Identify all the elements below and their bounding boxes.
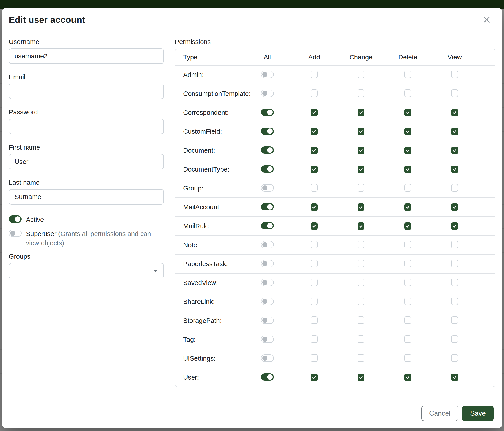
groups-select[interactable] (9, 263, 164, 278)
cancel-button[interactable]: Cancel (421, 406, 459, 421)
all-toggle[interactable] (261, 203, 274, 210)
add-checkbox[interactable] (311, 147, 317, 154)
delete-checkbox[interactable] (404, 109, 411, 116)
groups-select-input[interactable] (9, 263, 164, 278)
add-checkbox[interactable] (311, 354, 317, 362)
change-checkbox[interactable] (358, 260, 364, 267)
all-toggle[interactable] (261, 90, 274, 97)
add-checkbox[interactable] (311, 71, 317, 78)
first-name-field[interactable] (9, 154, 164, 169)
view-checkbox[interactable] (451, 109, 458, 116)
all-toggle[interactable] (261, 184, 274, 191)
add-checkbox[interactable] (311, 374, 317, 381)
delete-checkbox[interactable] (404, 71, 411, 78)
all-toggle[interactable] (261, 354, 274, 362)
add-checkbox[interactable] (311, 241, 317, 248)
change-checkbox[interactable] (358, 222, 364, 230)
view-checkbox[interactable] (451, 128, 458, 135)
all-toggle[interactable] (261, 109, 274, 116)
change-checkbox[interactable] (358, 316, 364, 324)
all-toggle[interactable] (261, 222, 274, 229)
change-checkbox[interactable] (358, 90, 364, 97)
view-checkbox[interactable] (451, 166, 458, 173)
view-checkbox[interactable] (451, 184, 458, 191)
delete-checkbox[interactable] (404, 374, 411, 381)
delete-checkbox[interactable] (404, 241, 411, 248)
view-checkbox[interactable] (451, 71, 458, 78)
add-checkbox[interactable] (311, 166, 317, 173)
add-checkbox[interactable] (311, 90, 317, 97)
add-checkbox[interactable] (311, 203, 317, 211)
save-button[interactable]: Save (462, 406, 494, 421)
add-checkbox[interactable] (311, 128, 317, 135)
permission-type-label: Correspondent: (175, 109, 244, 116)
change-checkbox[interactable] (358, 203, 364, 211)
all-toggle[interactable] (261, 146, 274, 154)
delete-checkbox[interactable] (404, 203, 411, 211)
all-toggle[interactable] (261, 317, 274, 324)
change-checkbox[interactable] (358, 166, 364, 173)
add-checkbox[interactable] (311, 184, 317, 191)
add-checkbox[interactable] (311, 278, 317, 286)
view-checkbox[interactable] (451, 297, 458, 305)
change-checkbox[interactable] (358, 109, 364, 116)
delete-checkbox[interactable] (404, 147, 411, 154)
change-checkbox[interactable] (358, 297, 364, 305)
delete-checkbox[interactable] (404, 297, 411, 305)
delete-checkbox[interactable] (404, 90, 411, 97)
change-checkbox[interactable] (358, 278, 364, 286)
delete-checkbox[interactable] (404, 184, 411, 191)
password-field[interactable] (9, 119, 164, 134)
active-toggle[interactable] (9, 216, 22, 223)
all-toggle[interactable] (261, 279, 274, 286)
username-input[interactable] (9, 48, 164, 64)
all-toggle[interactable] (261, 298, 274, 305)
delete-checkbox[interactable] (404, 166, 411, 173)
all-toggle[interactable] (261, 260, 274, 267)
superuser-toggle[interactable] (9, 230, 22, 237)
view-checkbox[interactable] (451, 335, 458, 343)
close-icon[interactable] (481, 14, 492, 26)
all-toggle[interactable] (261, 241, 274, 248)
view-checkbox[interactable] (451, 354, 458, 362)
view-checkbox[interactable] (451, 147, 458, 154)
view-checkbox[interactable] (451, 374, 458, 381)
change-checkbox[interactable] (358, 71, 364, 78)
view-checkbox[interactable] (451, 316, 458, 324)
view-checkbox[interactable] (451, 203, 458, 211)
permission-row-consumptiontemplate: ConsumptionTemplate: (175, 84, 495, 103)
delete-checkbox[interactable] (404, 278, 411, 286)
add-checkbox[interactable] (311, 335, 317, 343)
change-checkbox[interactable] (358, 147, 364, 154)
all-toggle[interactable] (261, 165, 274, 173)
change-checkbox[interactable] (358, 184, 364, 191)
add-checkbox[interactable] (311, 222, 317, 230)
delete-checkbox[interactable] (404, 335, 411, 343)
delete-checkbox[interactable] (404, 354, 411, 362)
add-checkbox[interactable] (311, 260, 317, 267)
view-checkbox[interactable] (451, 90, 458, 97)
all-toggle[interactable] (261, 373, 274, 381)
all-toggle[interactable] (261, 127, 274, 135)
change-checkbox[interactable] (358, 354, 364, 362)
delete-checkbox[interactable] (404, 222, 411, 230)
last-name-field[interactable] (9, 189, 164, 205)
email-field[interactable] (9, 84, 164, 99)
add-checkbox[interactable] (311, 109, 317, 116)
delete-checkbox[interactable] (404, 260, 411, 267)
view-checkbox[interactable] (451, 278, 458, 286)
change-checkbox[interactable] (358, 335, 364, 343)
add-checkbox[interactable] (311, 297, 317, 305)
change-checkbox[interactable] (358, 374, 364, 381)
change-checkbox[interactable] (358, 128, 364, 135)
change-checkbox[interactable] (358, 241, 364, 248)
column-header-delete: Delete (398, 54, 417, 61)
delete-checkbox[interactable] (404, 316, 411, 324)
view-checkbox[interactable] (451, 260, 458, 267)
all-toggle[interactable] (261, 71, 274, 78)
add-checkbox[interactable] (311, 316, 317, 324)
all-toggle[interactable] (261, 336, 274, 343)
delete-checkbox[interactable] (404, 128, 411, 135)
view-checkbox[interactable] (451, 222, 458, 230)
view-checkbox[interactable] (451, 241, 458, 248)
